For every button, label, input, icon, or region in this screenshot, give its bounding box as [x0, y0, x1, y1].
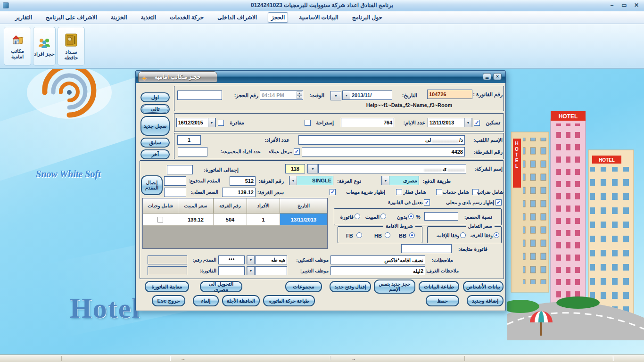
- invoice-total-input[interactable]: [167, 165, 193, 174]
- change-extra-field[interactable]: [218, 266, 245, 275]
- company-name-field[interactable]: ـ ـ ـ ـ ـ ـ ى ـ ـ ـ ـ ـ ـ: [318, 164, 466, 173]
- cancel-button[interactable]: إلغاء: [193, 295, 219, 306]
- change-staff-field[interactable]: [255, 266, 287, 275]
- menu-item-program-supervision[interactable]: الاشراف على البرنامج: [43, 13, 100, 22]
- departure-checkbox[interactable]: [218, 120, 224, 126]
- invoice-date-combo[interactable]: ▼ 2013/11/: [342, 90, 392, 100]
- exit-button[interactable]: خروج Esc: [152, 295, 185, 306]
- actual-price-input[interactable]: [164, 188, 186, 197]
- room-price-field[interactable]: 139.12: [222, 188, 256, 197]
- hb-radio[interactable]: [385, 232, 390, 238]
- menu-item-catering[interactable]: التغذية: [138, 13, 159, 22]
- save-button[interactable]: حفظ: [426, 295, 459, 306]
- change-staff-dropdown[interactable]: ▼: [247, 266, 255, 275]
- convert-to-egyptian-button[interactable]: التحويل الى مصرى: [200, 281, 242, 292]
- fb-radio[interactable]: [356, 232, 362, 238]
- invoice-ref-field[interactable]: [148, 266, 187, 275]
- new-booking-same-name-button[interactable]: حجز جديد بنفس الإسم: [374, 280, 415, 294]
- dialog-close-button[interactable]: ✕: [493, 73, 502, 80]
- invoice-number-field[interactable]: 104726: [427, 90, 472, 99]
- notes-input[interactable]: نصف اقامه*فاكس: [330, 255, 425, 264]
- room-number-field[interactable]: 512: [230, 176, 256, 186]
- followup-invoice-input[interactable]: [401, 244, 452, 253]
- new-record-button[interactable]: سجل جديد: [140, 116, 170, 136]
- guest-name-input[interactable]: د/ ـ ـ ـ ـ ـ ـ ـ ـ ـ لى: [298, 135, 465, 145]
- individual-booking-button[interactable]: حجز افراد: [33, 27, 56, 66]
- portfolio-payment-button[interactable]: سـداد حافظه: [58, 27, 85, 66]
- edit-invoice-checkbox[interactable]: ✓: [424, 199, 430, 206]
- cell-room-number[interactable]: 504: [214, 214, 247, 226]
- window-maximize-button[interactable]: ▭: [619, 1, 630, 9]
- booking-number-input[interactable]: [177, 90, 222, 100]
- cell-date-selected[interactable]: 13/11/2013: [280, 214, 327, 226]
- per-stay-radio[interactable]: [460, 232, 466, 238]
- groups-button[interactable]: مجموعات: [285, 281, 322, 292]
- services-included-checkbox[interactable]: [436, 189, 442, 195]
- front-offices-button[interactable]: مكاتب امامية: [4, 27, 31, 66]
- checkin-staff-field[interactable]: هبه طه: [255, 255, 287, 264]
- window-close-button[interactable]: ✕: [631, 1, 642, 9]
- local-fee-checkbox[interactable]: ✓: [495, 199, 502, 206]
- company-code-field[interactable]: 118: [285, 164, 305, 173]
- previous-record-button[interactable]: سابق: [140, 138, 170, 148]
- window-minimize-button[interactable]: –: [606, 1, 618, 9]
- police-number-input[interactable]: 4428: [302, 147, 465, 156]
- cell-persons[interactable]: 1: [247, 214, 280, 226]
- breakfast-included-checkbox[interactable]: [396, 189, 402, 195]
- date-extra-dropdown[interactable]: ▼: [330, 91, 341, 100]
- dialog-titlebar[interactable]: ✦ حجـز مـكاتب امامية ▂ ✕: [136, 71, 505, 83]
- payment-method-combo[interactable]: ▼ مصرى: [381, 176, 419, 185]
- per-room-radio[interactable]: [494, 232, 499, 238]
- checkin-date-combo[interactable]: 12/11/2013 ▼: [428, 118, 472, 127]
- discount-overnight-radio[interactable]: [380, 214, 386, 219]
- menu-item-basic-data[interactable]: البيانات الاساسية: [296, 13, 341, 22]
- persons-count-field[interactable]: 1: [177, 135, 201, 145]
- chevron-down-icon: ▼: [247, 256, 255, 264]
- discount-none-radio[interactable]: [408, 214, 414, 219]
- advance-ref-field[interactable]: [148, 255, 187, 264]
- days-count-field[interactable]: 764: [341, 118, 394, 127]
- spinner-arrows-icon[interactable]: ▲▼: [297, 91, 302, 99]
- group-count-input[interactable]: [178, 147, 207, 156]
- time-spinner[interactable]: 04:14 PM ▲▼: [260, 90, 303, 100]
- room-type-combo[interactable]: ▼ SINGLE: [289, 176, 333, 185]
- close-open-new-button[interactable]: إقفال وفتح جديد: [330, 281, 371, 292]
- menu-item-services[interactable]: حركة الخدمات: [167, 13, 206, 22]
- carried-clients-checkbox[interactable]: ✓: [294, 148, 300, 155]
- print-invoice-movement-button[interactable]: طباعة حركة الفاتورة: [263, 295, 315, 306]
- cell-meals-checkbox[interactable]: [143, 214, 178, 226]
- menu-item-booking[interactable]: الحجز: [268, 12, 288, 23]
- discount-rate-input[interactable]: [424, 212, 458, 221]
- dialog-minimize-button[interactable]: ▂: [483, 73, 491, 80]
- deferred-portfolio-button[interactable]: الحافظة الأجلة: [222, 295, 260, 306]
- advance-paid-input[interactable]: [164, 176, 186, 186]
- rest-checkbox[interactable]: [305, 120, 311, 126]
- payment-method-value: مصرى: [389, 176, 419, 185]
- print-data-button[interactable]: طباعة البيانات: [419, 281, 459, 292]
- discount-invoice-radio[interactable]: [355, 214, 360, 219]
- sales-tax-checkbox[interactable]: ✓: [330, 189, 336, 195]
- stars-field[interactable]: ***: [218, 255, 245, 264]
- departure-date-combo[interactable]: 16/12/2015 ▼: [176, 118, 216, 127]
- carried-clients-label: مرحل عملاء: [263, 147, 292, 156]
- last-record-button[interactable]: آخر: [140, 149, 170, 159]
- menu-item-internal-supervision[interactable]: الاشراف الداخلى: [215, 13, 260, 22]
- table-row[interactable]: 139.12 504 1 13/11/2013: [143, 214, 327, 226]
- preview-invoice-button[interactable]: معاينة الفاتورة: [145, 281, 189, 292]
- checkin-staff-dropdown[interactable]: ▼: [247, 255, 255, 264]
- checkin-checkbox[interactable]: ✓: [474, 120, 480, 126]
- next-record-button[interactable]: تالى: [140, 104, 170, 114]
- meals-checkbox[interactable]: [157, 217, 163, 222]
- edit-invoice-label: تعديل فى الفاتورة: [382, 198, 423, 207]
- first-record-button[interactable]: اول: [140, 92, 170, 102]
- add-new-button[interactable]: إضافة وجديد: [467, 295, 504, 306]
- company-dropdown[interactable]: ▼: [307, 164, 318, 173]
- menu-item-reports[interactable]: التقارير: [12, 13, 35, 22]
- people-data-button[interactable]: بيانات الأشخاص: [463, 281, 504, 292]
- menu-item-treasury[interactable]: الخزينة: [108, 13, 130, 22]
- advance-receipt-button[interactable]: إيصال المقدم: [141, 175, 163, 195]
- bb-radio[interactable]: [409, 232, 415, 238]
- menu-item-about[interactable]: حول البرنامج: [349, 13, 385, 22]
- room-notes-input[interactable]: 2ليله: [330, 266, 425, 275]
- cell-night-price[interactable]: 139.12: [178, 214, 214, 226]
